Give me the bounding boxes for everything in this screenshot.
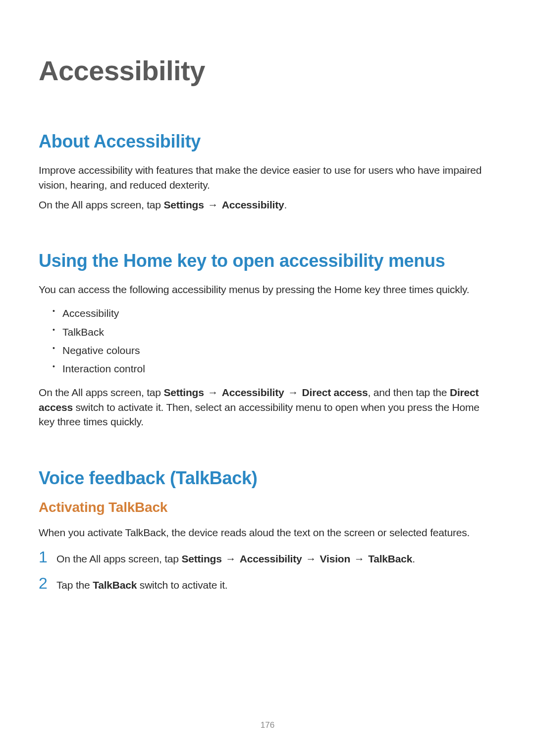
text-fragment: Tap the — [56, 579, 93, 591]
bold-text: Accessibility — [240, 553, 302, 564]
arrow-icon: → — [222, 553, 240, 564]
step-text: Tap the TalkBack switch to activate it. — [56, 578, 228, 593]
list-item: Negative colours — [53, 341, 496, 359]
text-fragment: . — [412, 553, 415, 564]
body-text: When you activate TalkBack, the device r… — [39, 525, 496, 540]
list-item: TalkBack — [53, 323, 496, 341]
section-heading-voice: Voice feedback (TalkBack) — [39, 468, 496, 489]
step-number: 2 — [39, 575, 56, 591]
arrow-icon: → — [204, 387, 222, 398]
body-text: You can access the following accessibili… — [39, 282, 496, 297]
numbered-step: 2 Tap the TalkBack switch to activate it… — [39, 575, 496, 593]
bold-text: Settings — [163, 387, 204, 398]
body-text: On the All apps screen, tap Settings → A… — [39, 385, 496, 429]
arrow-icon: → — [350, 553, 368, 564]
bold-text: Accessibility — [222, 387, 284, 398]
step-number: 1 — [39, 549, 56, 565]
bold-text: Direct access — [302, 387, 368, 398]
body-text: Improve accessibility with features that… — [39, 163, 496, 193]
bold-text: Settings — [163, 199, 204, 210]
list-item: Interaction control — [53, 359, 496, 378]
text-fragment: On the All apps screen, tap — [39, 199, 163, 210]
section-heading-homekey: Using the Home key to open accessibility… — [39, 251, 496, 271]
text-fragment: On the All apps screen, tap — [56, 553, 181, 564]
text-fragment: . — [284, 199, 287, 210]
text-fragment: switch to activate it. Then, select an a… — [39, 402, 480, 428]
bold-text: Settings — [181, 553, 221, 564]
arrow-icon: → — [302, 553, 320, 564]
bold-text: TalkBack — [368, 553, 412, 564]
text-fragment: switch to activate it. — [137, 579, 227, 591]
page-number: 176 — [0, 720, 535, 730]
text-fragment: On the All apps screen, tap — [39, 387, 163, 398]
bold-text: TalkBack — [93, 579, 137, 591]
arrow-icon: → — [204, 199, 222, 210]
page-title: Accessibility — [39, 54, 496, 87]
step-text: On the All apps screen, tap Settings → A… — [56, 552, 415, 566]
list-item: Accessibility — [53, 304, 496, 322]
sub-heading-activating: Activating TalkBack — [39, 500, 496, 515]
bullet-list: Accessibility TalkBack Negative colours … — [53, 304, 496, 378]
body-text: On the All apps screen, tap Settings → A… — [39, 198, 496, 212]
arrow-icon: → — [284, 387, 302, 398]
bold-text: Accessibility — [222, 199, 284, 210]
section-heading-about: About Accessibility — [39, 131, 496, 152]
numbered-step: 1 On the All apps screen, tap Settings →… — [39, 549, 496, 566]
text-fragment: , and then tap the — [368, 387, 450, 398]
bold-text: Vision — [320, 553, 350, 564]
